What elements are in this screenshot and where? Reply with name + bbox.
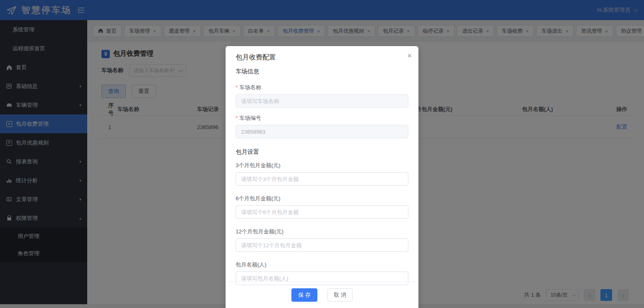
dialog-title: 包月收费配置 <box>236 46 408 61</box>
park-name-field[interactable] <box>236 94 408 108</box>
save-button[interactable]: 保 存 <box>291 288 317 302</box>
required-asterisk: * <box>236 115 238 121</box>
app-window: 智慧停车场 hi,系统管理员 系统管理 远程值班首页 首页 <box>0 0 644 308</box>
dialog-footer: 保 存 取 消 <box>226 282 418 308</box>
required-asterisk: * <box>236 84 238 91</box>
amount-12month-field[interactable] <box>236 238 408 252</box>
field-label-park-name: *车场名称 <box>236 85 408 90</box>
field-label-12month-amount: 12个月包月金额(元) <box>236 229 408 234</box>
park-code-field[interactable] <box>236 125 408 138</box>
cancel-button[interactable]: 取 消 <box>327 288 353 302</box>
monthly-fee-config-dialog: × 包月收费配置 车场信息 *车场名称 *车场编号 包月设置 3个月包月金额(元… <box>226 46 418 308</box>
field-label-6month-amount: 6个月包月金额(元) <box>236 196 408 201</box>
field-label-3month-amount: 3个月包月金额(元) <box>236 163 408 168</box>
amount-3month-field[interactable] <box>236 172 408 186</box>
field-label-park-code: *车场编号 <box>236 115 408 121</box>
section-park-info: 车场信息 <box>236 68 408 75</box>
close-icon[interactable]: × <box>407 52 412 60</box>
section-monthly-settings: 包月设置 <box>236 148 408 155</box>
field-label-quota: 包月名额(人) <box>236 262 408 267</box>
amount-6month-field[interactable] <box>236 205 408 219</box>
